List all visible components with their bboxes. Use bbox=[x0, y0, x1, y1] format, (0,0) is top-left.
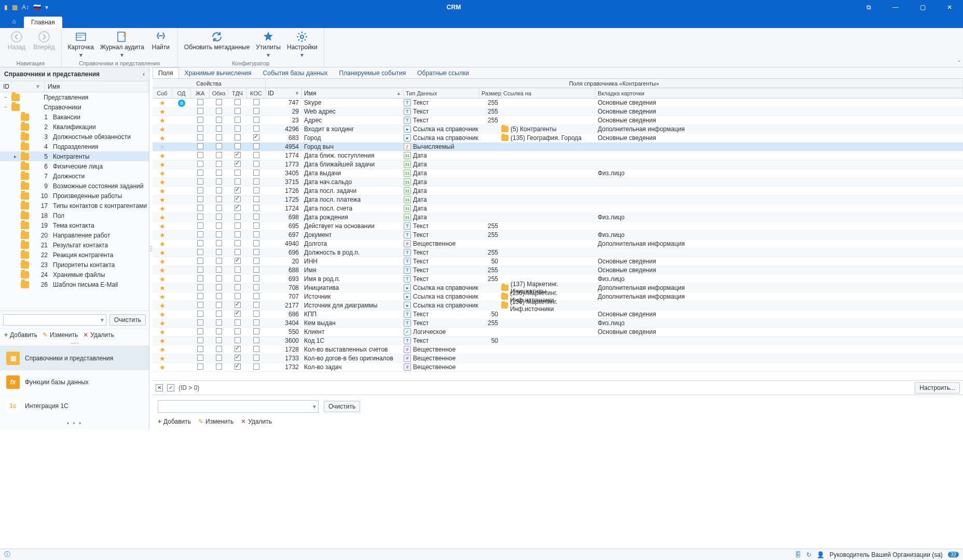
table-row[interactable]: ★S747SkypeTТекст255Основные сведения bbox=[153, 99, 963, 107]
table-row[interactable]: ★1724Дата посл. счета31Дата bbox=[153, 204, 963, 213]
sort-asc-icon[interactable]: ▲ bbox=[396, 91, 401, 96]
checkbox[interactable] bbox=[235, 293, 241, 299]
star-icon[interactable]: ★ bbox=[159, 267, 166, 274]
table-row[interactable]: ★695Действует на основанииTТекст255 bbox=[153, 222, 963, 231]
checkbox[interactable] bbox=[253, 275, 259, 282]
checkbox[interactable] bbox=[216, 143, 222, 149]
checkbox[interactable] bbox=[216, 240, 222, 246]
db-icon[interactable]: 🗄 bbox=[795, 551, 801, 558]
flag-icon[interactable]: 🇷🇺 bbox=[33, 4, 41, 11]
navpane-1c[interactable]: 1cИнтеграция 1С bbox=[0, 394, 149, 418]
checkbox[interactable] bbox=[253, 222, 259, 229]
home-tab[interactable]: ⌂ bbox=[4, 15, 24, 28]
bottom-delete-button[interactable]: Удалить bbox=[241, 418, 272, 425]
content-tab[interactable]: Планируемые события bbox=[334, 67, 412, 78]
star-icon[interactable]: ★ bbox=[159, 152, 166, 160]
checkbox[interactable] bbox=[216, 231, 222, 237]
nav-forward-button[interactable]: Вперёд bbox=[31, 30, 57, 52]
sidebar-delete-button[interactable]: Удалить bbox=[83, 331, 114, 339]
checkbox[interactable] bbox=[216, 161, 222, 167]
checkbox[interactable] bbox=[197, 284, 203, 290]
table-row[interactable]: ★1726Дата посл. задачи31Дата bbox=[153, 187, 963, 195]
tree-node[interactable]: 1Вакансии bbox=[0, 112, 149, 122]
checkbox[interactable] bbox=[216, 170, 222, 176]
checkbox[interactable] bbox=[235, 319, 241, 326]
font-icon[interactable]: A↕ bbox=[22, 4, 29, 11]
table-row[interactable]: ★1774Дата ближ. поступления31Дата bbox=[153, 151, 963, 160]
checkbox[interactable] bbox=[253, 267, 259, 273]
checkbox[interactable] bbox=[253, 346, 259, 352]
content-tab[interactable]: Хранимые вычисления bbox=[179, 67, 257, 78]
star-icon[interactable]: ★ bbox=[159, 311, 166, 318]
grid-body[interactable]: ★S747SkypeTТекст255Основные сведения★29W… bbox=[153, 99, 963, 381]
checkbox[interactable] bbox=[253, 328, 259, 334]
checkbox[interactable] bbox=[197, 258, 203, 264]
checkbox[interactable] bbox=[253, 143, 259, 149]
checkbox[interactable] bbox=[216, 355, 222, 361]
content-tab[interactable]: Обратные ссылки bbox=[411, 67, 475, 78]
checkbox[interactable] bbox=[197, 187, 203, 193]
checkbox[interactable] bbox=[253, 205, 259, 211]
checkbox[interactable] bbox=[197, 293, 203, 299]
checkbox[interactable] bbox=[235, 134, 241, 141]
checkbox[interactable] bbox=[216, 187, 222, 193]
checkbox[interactable] bbox=[197, 125, 203, 132]
tree-node[interactable]: −Справочники bbox=[0, 102, 149, 112]
restore-down-icon[interactable]: ⧉ bbox=[859, 2, 878, 12]
star-icon[interactable]: ★ bbox=[159, 231, 166, 239]
col-req[interactable]: Обяз bbox=[210, 88, 228, 98]
ribbon-expand-icon[interactable]: ⌃ bbox=[957, 60, 961, 65]
tree-node[interactable]: 10Произведенные работы bbox=[0, 191, 149, 201]
star-icon[interactable]: ★ bbox=[159, 346, 166, 354]
checkbox[interactable] bbox=[216, 117, 222, 123]
checkbox[interactable] bbox=[197, 108, 203, 114]
col-type[interactable]: Тип Данных bbox=[404, 88, 479, 98]
navpane-functions[interactable]: fxФункции базы данных bbox=[0, 370, 149, 394]
table-row[interactable]: ★3715Дата нач.сальдо31Дата bbox=[153, 178, 963, 187]
star-icon[interactable]: ★ bbox=[159, 284, 166, 292]
star-icon[interactable]: ★ bbox=[159, 293, 166, 301]
checkbox[interactable] bbox=[197, 319, 203, 326]
bottom-combo[interactable]: ▾ bbox=[158, 400, 319, 413]
checkbox[interactable] bbox=[216, 284, 222, 290]
checkbox[interactable] bbox=[253, 170, 259, 176]
checkbox[interactable] bbox=[197, 231, 203, 237]
star-icon[interactable]: ★ bbox=[159, 240, 166, 248]
grid-icon[interactable]: ▦ bbox=[12, 4, 18, 11]
star-icon[interactable]: ★ bbox=[159, 275, 166, 283]
col-tdc[interactable]: ТДЧ bbox=[228, 88, 247, 98]
checkbox[interactable] bbox=[253, 152, 259, 158]
star-icon[interactable]: ★ bbox=[159, 125, 166, 133]
checkbox[interactable] bbox=[216, 337, 222, 343]
checkbox[interactable] bbox=[253, 125, 259, 132]
audit-button[interactable]: Журнал аудита▾ bbox=[98, 30, 146, 60]
checkbox[interactable] bbox=[216, 302, 222, 308]
table-row[interactable]: ★697ДокументTТекст255Физ.лицо bbox=[153, 231, 963, 240]
checkbox[interactable] bbox=[197, 249, 203, 255]
checkbox[interactable] bbox=[253, 355, 259, 361]
checkbox[interactable] bbox=[197, 311, 203, 317]
checkbox[interactable] bbox=[216, 178, 222, 185]
star-icon[interactable]: ★ bbox=[159, 196, 166, 204]
star-icon[interactable]: ★ bbox=[159, 355, 166, 362]
checkbox[interactable] bbox=[253, 293, 259, 299]
tree-node[interactable]: 17Типы контактов с контрагентами bbox=[0, 201, 149, 211]
sidebar-edit-button[interactable]: Изменить bbox=[43, 331, 78, 339]
checkbox[interactable] bbox=[235, 214, 241, 220]
table-row[interactable]: ★4954Город вычƒВычисляемый bbox=[153, 143, 963, 151]
checkbox[interactable] bbox=[235, 267, 241, 273]
table-row[interactable]: ★4940Долгота#ВещественноеДополнительная … bbox=[153, 240, 963, 248]
checkbox[interactable] bbox=[197, 178, 203, 185]
tree-node[interactable]: 21Результат контакта bbox=[0, 240, 149, 250]
info-icon[interactable]: ⓘ bbox=[4, 550, 10, 559]
drag-handle-icon[interactable]: ▪▪▪▪▪ bbox=[0, 341, 149, 346]
checkbox[interactable] bbox=[235, 231, 241, 237]
col-ja[interactable]: ЖА bbox=[191, 88, 210, 98]
table-row[interactable]: ★696Должность в род.п.TТекст255 bbox=[153, 248, 963, 257]
checkbox[interactable] bbox=[197, 99, 203, 105]
filter-icon[interactable]: ▼ bbox=[295, 91, 299, 96]
col-id[interactable]: ID▼ bbox=[266, 88, 302, 98]
checkbox[interactable] bbox=[235, 337, 241, 343]
checkbox[interactable] bbox=[235, 355, 241, 361]
checkbox[interactable] bbox=[235, 258, 241, 264]
